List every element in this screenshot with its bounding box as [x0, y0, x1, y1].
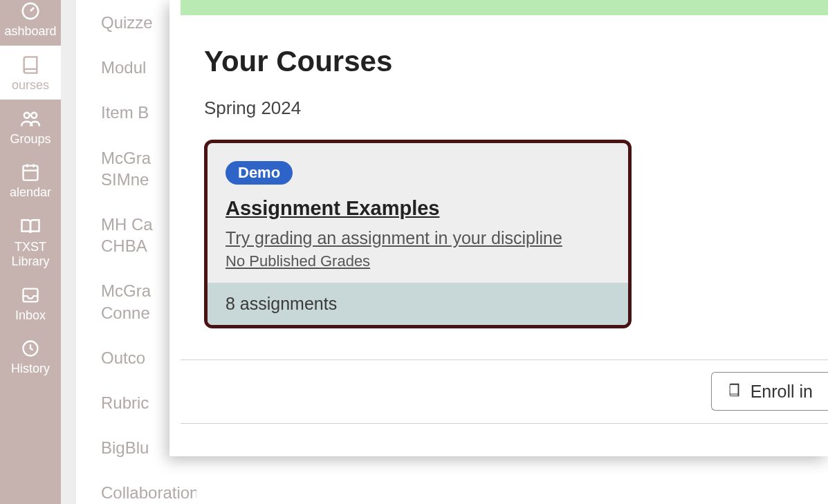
nav-groups[interactable]: Groups — [0, 100, 61, 153]
divider — [181, 360, 828, 360]
enroll-button[interactable]: Enroll in — [711, 372, 828, 411]
nav-inbox[interactable]: Inbox — [0, 276, 61, 330]
course-title-link[interactable]: Assignment Examples — [226, 197, 610, 220]
history-icon — [21, 337, 40, 360]
svg-point-1 — [24, 112, 30, 118]
nav-calendar[interactable]: alendar — [0, 153, 61, 207]
course-card-footer: 8 assignments — [208, 283, 628, 325]
nav-history[interactable]: History — [0, 329, 61, 383]
library-icon — [20, 215, 41, 237]
book-icon — [727, 382, 742, 402]
svg-rect-3 — [24, 166, 38, 180]
calendar-icon — [21, 161, 40, 183]
nav-courses[interactable]: ourses — [0, 46, 61, 100]
nav-library[interactable]: TXST Library — [0, 207, 61, 275]
course-grades-link[interactable]: No Published Grades — [226, 252, 610, 270]
course-card[interactable]: Demo Assignment Examples Try grading an … — [204, 140, 632, 328]
groups-icon — [19, 108, 42, 130]
course-subtitle-link[interactable]: Try grading an assignment in your discip… — [226, 228, 610, 248]
dashboard-icon — [20, 0, 41, 22]
inbox-icon — [21, 284, 40, 306]
svg-point-2 — [31, 112, 37, 118]
main-panel: Your Courses Spring 2024 Demo Assignment… — [169, 0, 828, 456]
term-label: Spring 2024 — [204, 97, 828, 119]
success-banner — [181, 0, 828, 15]
page-title: Your Courses — [204, 45, 828, 78]
demo-badge: Demo — [226, 161, 293, 185]
coursenav-collaborations[interactable]: Collaborations — [101, 470, 196, 504]
divider-2 — [181, 423, 828, 424]
global-nav: ashboard ourses Groups alendar TXST Libr… — [0, 0, 61, 504]
nav-dashboard[interactable]: ashboard — [0, 0, 61, 46]
courses-icon — [21, 54, 40, 76]
